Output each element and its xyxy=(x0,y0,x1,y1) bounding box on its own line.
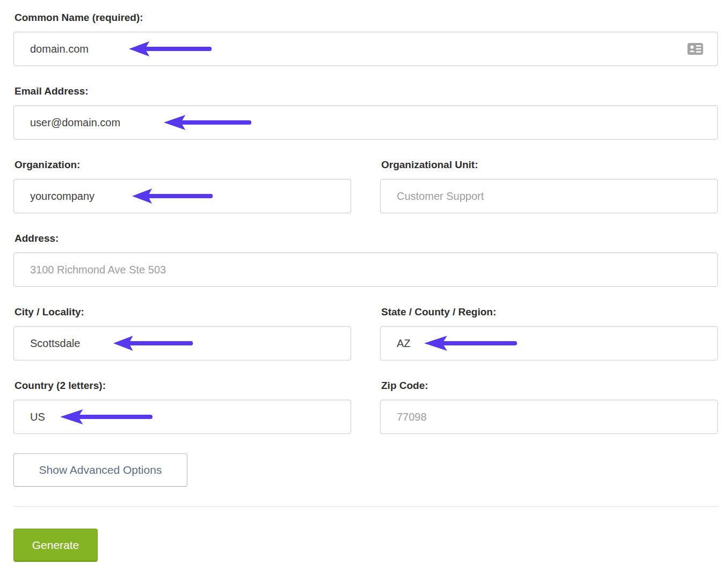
city-field: City / Locality: xyxy=(13,306,351,360)
section-divider xyxy=(13,506,719,507)
address-input[interactable] xyxy=(13,252,718,287)
email-input[interactable] xyxy=(13,105,718,140)
state-input-wrap xyxy=(380,326,718,360)
org-unit-label: Organizational Unit: xyxy=(381,159,718,171)
country-input-wrap xyxy=(13,400,351,434)
country-label: Country (2 letters): xyxy=(14,380,351,392)
state-input[interactable] xyxy=(380,326,718,360)
organization-label: Organization: xyxy=(14,159,351,171)
state-label: State / County / Region: xyxy=(381,306,718,318)
country-input[interactable] xyxy=(13,400,351,434)
org-unit-field: Organizational Unit: xyxy=(380,159,718,213)
generate-button[interactable]: Generate xyxy=(13,529,98,562)
email-field: Email Address: xyxy=(13,85,718,140)
address-input-wrap xyxy=(13,252,718,287)
state-field: State / County / Region: xyxy=(380,306,718,360)
city-state-row: City / Locality: State / County / Region… xyxy=(13,306,718,360)
zip-label: Zip Code: xyxy=(381,380,718,392)
common-name-input-wrap xyxy=(13,32,718,66)
city-label: City / Locality: xyxy=(14,306,351,318)
show-advanced-options-button[interactable]: Show Advanced Options xyxy=(13,453,187,487)
common-name-field: Common Name (required): xyxy=(13,12,718,66)
contact-card-icon[interactable] xyxy=(687,43,703,55)
zip-input[interactable] xyxy=(380,400,718,434)
org-unit-input[interactable] xyxy=(380,179,718,213)
common-name-input[interactable] xyxy=(13,32,718,66)
common-name-label: Common Name (required): xyxy=(14,12,718,24)
zip-input-wrap xyxy=(380,400,718,434)
email-input-wrap xyxy=(13,105,718,140)
csr-generation-form: Common Name (required): Email Address: xyxy=(0,0,728,585)
country-field: Country (2 letters): xyxy=(13,380,351,434)
email-label: Email Address: xyxy=(14,85,718,97)
organization-input[interactable] xyxy=(13,179,351,213)
organization-input-wrap xyxy=(13,179,351,213)
org-unit-input-wrap xyxy=(380,179,718,213)
zip-field: Zip Code: xyxy=(380,380,718,434)
organization-row: Organization: Organizational Unit: xyxy=(13,159,718,213)
city-input-wrap xyxy=(13,326,351,360)
address-field: Address: xyxy=(13,233,718,287)
organization-field: Organization: xyxy=(13,159,351,213)
country-zip-row: Country (2 letters): Zip Code: xyxy=(13,380,718,434)
address-label: Address: xyxy=(14,233,718,244)
city-input[interactable] xyxy=(13,326,351,360)
